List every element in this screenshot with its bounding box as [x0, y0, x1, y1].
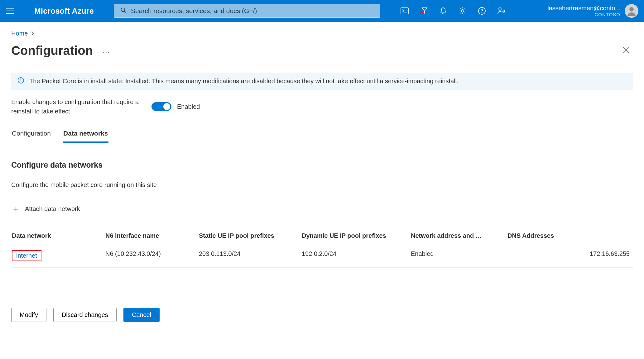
notifications-icon[interactable]: [439, 7, 448, 15]
help-icon[interactable]: [478, 7, 486, 15]
chevron-right-icon: [31, 30, 35, 37]
account-email: lassebertrasmen@conto...: [547, 4, 620, 12]
hamburger-icon[interactable]: [6, 8, 14, 14]
feedback-icon[interactable]: [497, 7, 506, 15]
discard-changes-button[interactable]: Discard changes: [53, 308, 117, 322]
col-dynamic-prefixes[interactable]: Dynamic UE IP pool prefixes: [301, 228, 410, 244]
account-tenant: CONTOSO: [547, 12, 620, 17]
settings-icon[interactable]: [458, 7, 467, 15]
svg-rect-5: [401, 8, 408, 14]
directory-filter-icon[interactable]: [420, 7, 428, 15]
col-static-prefixes[interactable]: Static UE IP pool prefixes: [198, 228, 301, 244]
brand-label[interactable]: Microsoft Azure: [34, 7, 94, 16]
data-networks-table: Data network N6 interface name Static UE…: [11, 228, 633, 268]
svg-point-10: [482, 12, 482, 13]
attach-data-network-button[interactable]: ＋ Attach data network: [11, 204, 633, 213]
section-title: Configure data networks: [11, 160, 633, 170]
top-icon-group: [400, 7, 506, 15]
svg-point-12: [629, 7, 634, 12]
table-row: internet N6 (10.232.43.0/24) 203.0.113.0…: [11, 244, 633, 268]
breadcrumb-home[interactable]: Home: [11, 30, 28, 37]
info-message: The Packet Core is in install state: Ins…: [29, 78, 459, 85]
col-n6-interface[interactable]: N6 interface name: [105, 228, 198, 244]
data-network-link[interactable]: internet: [16, 252, 37, 259]
table-header-row: Data network N6 interface name Static UE…: [11, 228, 633, 244]
section-description: Configure the mobile packet core running…: [11, 181, 633, 189]
breadcrumb: Home: [11, 30, 633, 37]
svg-line-4: [124, 11, 126, 12]
page-title: Configuration: [11, 44, 93, 58]
svg-point-3: [121, 8, 125, 12]
cancel-button[interactable]: Cancel: [123, 308, 160, 322]
svg-point-8: [461, 10, 464, 12]
cell-dynamic: 192.0.2.0/24: [301, 244, 410, 268]
col-nat[interactable]: Network address and …: [410, 228, 507, 244]
attach-label: Attach data network: [25, 205, 80, 213]
cell-n6: N6 (10.232.43.0/24): [105, 244, 198, 268]
footer-bar: Modify Discard changes Cancel: [0, 302, 644, 331]
more-actions-button[interactable]: …: [102, 46, 110, 55]
top-bar: Microsoft Azure: [0, 0, 644, 22]
svg-point-11: [499, 8, 501, 10]
cell-dns: 172.16.63.255: [507, 244, 633, 268]
info-icon: [17, 77, 24, 85]
avatar[interactable]: [625, 4, 638, 18]
col-data-network[interactable]: Data network: [11, 228, 105, 244]
row-highlight: internet: [12, 250, 41, 261]
cloud-shell-icon[interactable]: [400, 7, 409, 15]
enable-changes-toggle[interactable]: [151, 102, 171, 111]
svg-point-7: [421, 12, 423, 14]
tab-bar: Configuration Data networks: [11, 130, 633, 143]
tab-data-networks[interactable]: Data networks: [63, 130, 109, 143]
modify-button[interactable]: Modify: [11, 308, 46, 322]
info-banner: The Packet Core is in install state: Ins…: [11, 73, 633, 90]
close-button[interactable]: [619, 43, 633, 58]
enable-changes-row: Enable changes to configuration that req…: [11, 97, 633, 116]
col-dns[interactable]: DNS Addresses: [507, 228, 633, 244]
plus-icon: ＋: [11, 204, 21, 213]
search-input[interactable]: [131, 7, 374, 15]
cell-nat: Enabled: [410, 244, 507, 268]
title-row: Configuration …: [11, 43, 633, 58]
content-area: Home Configuration … The Packet Core is …: [0, 22, 644, 268]
enable-changes-label: Enable changes to configuration that req…: [11, 97, 139, 116]
cell-static: 203.0.113.0/24: [198, 244, 301, 268]
search-icon: [120, 7, 127, 15]
tab-configuration[interactable]: Configuration: [11, 130, 51, 143]
enable-changes-state: Enabled: [177, 103, 200, 110]
search-box[interactable]: [114, 4, 380, 18]
account-area[interactable]: lassebertrasmen@conto... CONTOSO: [547, 4, 638, 18]
svg-point-17: [21, 79, 21, 79]
